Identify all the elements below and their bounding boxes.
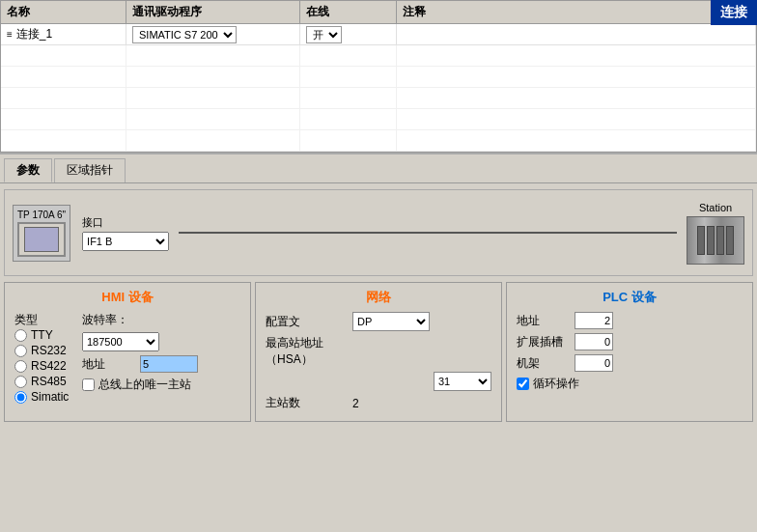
cycle-checkbox[interactable] (517, 378, 529, 390)
baud-row: 波特率： (82, 312, 198, 328)
cycle-row: 循环操作 (517, 376, 743, 392)
radio-tty-input[interactable] (14, 329, 27, 342)
device-label: TP 170A 6" (17, 210, 66, 220)
baud-select[interactable]: 187500 (82, 332, 159, 351)
plc-rack-row: 机架 (517, 354, 743, 372)
cell-driver[interactable]: SIMATIC S7 200 (126, 24, 300, 44)
radio-rs485-label: RS485 (31, 375, 67, 388)
radio-rs422-input[interactable] (14, 360, 27, 373)
station-label: Station (687, 202, 744, 213)
station-slots (697, 226, 734, 255)
table-row[interactable]: ≡ 连接_1 SIMATIC S7 200 开 (1, 24, 756, 45)
radio-rs232-label: RS232 (31, 344, 67, 357)
station-slot (726, 226, 734, 255)
cell-online[interactable]: 开 (300, 24, 397, 44)
connection-name: 连接_1 (16, 26, 52, 42)
empty-row (1, 109, 756, 130)
tab-area-pointer[interactable]: 区域指针 (54, 158, 126, 182)
only-master-checkbox[interactable] (82, 378, 95, 391)
device-screen-inner (24, 227, 59, 252)
network-panel: 网络 配置文 DP 最高站地址（HSA） 31 主站数 2 (255, 282, 502, 422)
cell-name: ≡ 连接_1 (1, 24, 126, 44)
max-address-label: 最高站地址（HSA） (266, 335, 352, 368)
baud-label: 波特率： (82, 312, 140, 328)
connection-line (179, 232, 677, 234)
radio-rs422-label: RS422 (31, 359, 67, 373)
radio-rs422: RS422 (14, 359, 72, 373)
bottom-panels: HMI 设备 类型 TTY RS232 RS422 (4, 282, 753, 422)
empty-row (1, 67, 756, 88)
radio-tty: TTY (14, 328, 72, 342)
checkbox-row: 总线上的唯一主站 (82, 377, 198, 393)
connections-table: 名称 通讯驱动程序 在线 注释 ≡ 连接_1 SIMATIC S7 200 开 (0, 0, 757, 153)
empty-row (1, 45, 756, 67)
address-label: 地址 (82, 356, 140, 373)
max-address-select[interactable]: 31 (434, 372, 491, 391)
config-row: 配置文 DP (266, 312, 491, 331)
hmi-panel-title: HMI 设备 (14, 289, 240, 306)
plc-address-label: 地址 (517, 313, 575, 329)
empty-row (1, 130, 756, 152)
tab-params[interactable]: 参数 (4, 158, 52, 182)
station-slot (707, 226, 715, 255)
config-label: 配置文 (266, 314, 352, 330)
plc-rack-label: 机架 (517, 355, 575, 372)
radio-rs485-input[interactable] (14, 376, 27, 388)
max-address-row: 最高站地址（HSA） (266, 335, 491, 368)
empty-row (1, 88, 756, 109)
header-name: 名称 (1, 1, 126, 23)
plc-panel: PLC 设备 地址 扩展插槽 机架 循环操作 (506, 282, 753, 422)
checkbox-label: 总线上的唯一主站 (98, 377, 191, 393)
radio-simatic-input[interactable] (14, 391, 27, 404)
radio-rs485: RS485 (14, 375, 72, 388)
address-row: 地址 (82, 355, 198, 373)
network-panel-title: 网络 (266, 289, 491, 306)
cycle-label: 循环操作 (533, 376, 579, 392)
online-select[interactable]: 开 (306, 26, 342, 43)
top-right-label: 连接 (711, 0, 757, 25)
interface-section: 接口 IF1 B (82, 215, 169, 251)
radio-rs232: RS232 (14, 344, 72, 357)
station-slot (716, 226, 724, 255)
type-label: 类型 (14, 312, 72, 328)
plc-panel-title: PLC 设备 (517, 289, 743, 306)
radio-group: TTY RS232 RS422 RS485 (14, 328, 72, 404)
hmi-right: 波特率： 187500 地址 总线上的唯一主站 (82, 312, 198, 404)
plc-rack-input[interactable] (575, 354, 613, 372)
master-count-value: 2 (352, 397, 410, 410)
station-slot (697, 226, 705, 255)
header-online: 在线 (300, 1, 397, 23)
device-screen (17, 222, 66, 257)
header-note: 注释 (397, 1, 756, 23)
hmi-device-box: TP 170A 6" (13, 205, 70, 262)
baud-select-row: 187500 (82, 332, 198, 351)
hmi-left: 类型 TTY RS232 RS422 (14, 312, 72, 404)
diagram-panel: TP 170A 6" 接口 IF1 B Station (4, 189, 753, 276)
header-driver: 通讯驱动程序 (126, 1, 300, 23)
max-address-value-row: 31 (266, 372, 491, 391)
plc-address-row: 地址 (517, 312, 743, 329)
table-header: 名称 通讯驱动程序 在线 注释 (1, 1, 756, 24)
empty-rows (1, 45, 756, 152)
master-count-label: 主站数 (266, 395, 352, 411)
plc-slot-input[interactable] (575, 333, 613, 350)
radio-tty-label: TTY (31, 328, 53, 342)
row-icon: ≡ (7, 29, 13, 40)
station-box: Station (687, 202, 744, 265)
plc-slot-row: 扩展插槽 (517, 333, 743, 350)
plc-slot-label: 扩展插槽 (517, 334, 575, 350)
address-input[interactable] (140, 355, 198, 373)
tabs-section: 参数 区域指针 (0, 153, 757, 183)
hmi-panel: HMI 设备 类型 TTY RS232 RS422 (4, 282, 251, 422)
radio-simatic-label: Simatic (31, 390, 69, 404)
cell-note (397, 24, 756, 44)
driver-select[interactable]: SIMATIC S7 200 (132, 26, 237, 43)
interface-label: 接口 (82, 215, 169, 230)
master-count-row: 主站数 2 (266, 395, 491, 411)
config-select[interactable]: DP (352, 312, 430, 331)
plc-address-input[interactable] (575, 312, 613, 329)
interface-select[interactable]: IF1 B (82, 232, 169, 251)
radio-simatic: Simatic (14, 390, 72, 404)
station-device (687, 216, 744, 265)
radio-rs232-input[interactable] (14, 345, 27, 357)
